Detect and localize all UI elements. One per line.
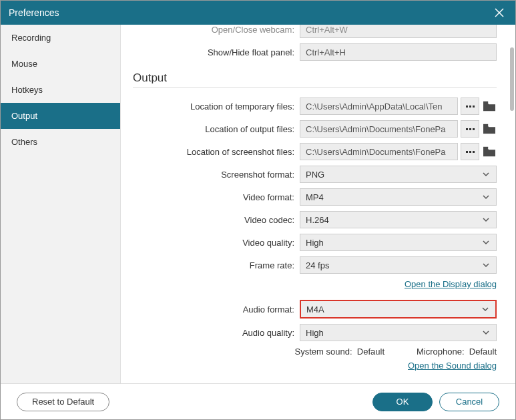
video-format-label: Video format: (133, 192, 300, 202)
video-quality-label: Video quality: (133, 238, 300, 248)
footer: Reset to Default OK Cancel (1, 383, 515, 419)
scrollbar-thumb[interactable] (510, 47, 514, 111)
video-codec-label: Video codec: (133, 215, 300, 225)
screenshot-format-select[interactable]: PNG (300, 166, 497, 183)
output-section-title: Output (133, 71, 497, 85)
screenshot-files-browse-button[interactable] (461, 143, 479, 160)
video-quality-value: High (306, 238, 324, 248)
audio-format-label: Audio format: (133, 304, 300, 314)
cancel-button[interactable]: Cancel (439, 393, 499, 411)
float-panel-hotkey-field[interactable]: Ctrl+Alt+H (300, 43, 497, 61)
video-codec-value: H.264 (306, 215, 329, 225)
ellipsis-icon (466, 151, 475, 153)
titlebar: Preferences (1, 1, 515, 25)
ellipsis-icon (466, 106, 475, 108)
svg-rect-4 (483, 147, 488, 149)
chevron-down-icon (481, 260, 491, 270)
chevron-down-icon (481, 238, 491, 247)
window-title: Preferences (9, 7, 59, 18)
audio-format-select[interactable]: M4A (300, 300, 497, 319)
screenshot-format-value: PNG (306, 170, 324, 180)
temp-files-browse-button[interactable] (461, 97, 479, 115)
video-codec-select[interactable]: H.264 (300, 211, 497, 228)
system-sound-info: System sound: Default (295, 347, 384, 357)
output-files-browse-button[interactable] (461, 120, 479, 138)
body: Recording Mouse Hotkeys Output Others Op… (1, 25, 515, 383)
audio-format-value: M4A (306, 304, 324, 314)
sound-dialog-link[interactable]: Open the Sound dialog (408, 361, 497, 371)
chevron-down-icon (481, 170, 491, 179)
scroll-area: Open/Close webcam: Ctrl+Alt+W Show/Hide … (121, 25, 509, 383)
ellipsis-icon (466, 128, 475, 130)
frame-rate-label: Frame rate: (133, 260, 300, 270)
svg-rect-3 (483, 124, 488, 126)
output-files-field[interactable]: C:\Users\Admin\Documents\FonePa (300, 120, 458, 138)
chevron-down-icon (481, 215, 491, 224)
ok-button[interactable]: OK (372, 393, 433, 411)
close-button[interactable] (491, 5, 507, 21)
video-format-select[interactable]: MP4 (300, 188, 497, 206)
screenshot-format-label: Screenshot format: (133, 170, 300, 180)
sidebar: Recording Mouse Hotkeys Output Others (1, 25, 121, 383)
float-panel-label: Show/Hide float panel: (133, 47, 300, 57)
close-icon (494, 7, 505, 18)
screenshot-files-label: Location of screenshot files: (133, 147, 300, 157)
output-files-label: Location of output files: (133, 124, 300, 134)
preferences-window: Preferences Recording Mouse Hotkeys Outp… (0, 0, 516, 420)
sidebar-item-recording[interactable]: Recording (1, 25, 120, 51)
temp-files-label: Location of temporary files: (133, 101, 300, 112)
screenshot-files-folder-icon[interactable] (482, 146, 497, 158)
sidebar-item-others[interactable]: Others (1, 129, 120, 155)
chevron-down-icon (481, 304, 490, 314)
sidebar-item-mouse[interactable]: Mouse (1, 51, 120, 77)
svg-rect-2 (483, 101, 488, 103)
webcam-label: Open/Close webcam: (133, 25, 300, 35)
audio-quality-select[interactable]: High (300, 324, 497, 341)
temp-files-folder-icon[interactable] (482, 100, 497, 112)
audio-quality-label: Audio quality: (133, 328, 300, 338)
temp-files-field[interactable]: C:\Users\Admin\AppData\Local\Ten (300, 97, 458, 115)
sidebar-item-output[interactable]: Output (1, 103, 120, 129)
chevron-down-icon (481, 328, 491, 337)
audio-device-info: System sound: Default Microphone: Defaul… (133, 347, 497, 357)
video-format-value: MP4 (306, 192, 324, 202)
webcam-hotkey-field[interactable]: Ctrl+Alt+W (300, 25, 497, 38)
display-dialog-link[interactable]: Open the Display dialog (405, 279, 497, 289)
frame-rate-value: 24 fps (306, 260, 329, 270)
screenshot-files-field[interactable]: C:\Users\Admin\Documents\FonePa (300, 143, 458, 160)
microphone-info: Microphone: Default (417, 347, 497, 357)
frame-rate-select[interactable]: 24 fps (300, 256, 497, 274)
reset-button[interactable]: Reset to Default (17, 393, 109, 411)
chevron-down-icon (481, 192, 491, 202)
section-divider (133, 87, 497, 88)
video-quality-select[interactable]: High (300, 234, 497, 251)
sidebar-item-hotkeys[interactable]: Hotkeys (1, 77, 120, 103)
output-files-folder-icon[interactable] (482, 123, 497, 135)
audio-quality-value: High (306, 328, 324, 338)
content: Open/Close webcam: Ctrl+Alt+W Show/Hide … (121, 25, 515, 383)
